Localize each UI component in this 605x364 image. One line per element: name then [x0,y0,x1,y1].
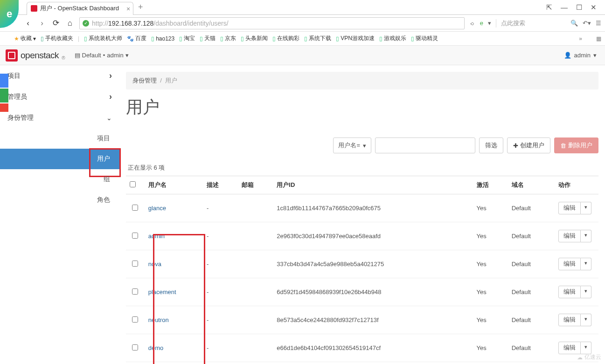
cell-active: Yes [473,334,508,362]
action-dropdown[interactable]: ▾ [581,258,591,270]
cell-domain: Default [508,194,555,222]
row-checkbox[interactable] [132,316,138,323]
user-link[interactable]: nova [148,261,161,268]
col-header-active[interactable]: 激活 [473,176,508,194]
sidebar-item-users[interactable]: 用户 [0,149,119,169]
bookmark-item[interactable]: ▯头条新闻 [241,34,268,42]
sidebar-group-admin[interactable]: 管理员› [0,86,119,107]
select-all-checkbox[interactable] [130,181,136,187]
refresh-button[interactable]: ⟳ [51,18,61,28]
browser-e-icon[interactable]: e [480,20,483,27]
edit-button[interactable]: 编辑 [558,202,581,214]
cell-email [238,222,273,250]
bookmarks-more-icon[interactable]: » [579,35,582,42]
row-checkbox[interactable] [132,344,138,350]
edit-button[interactable]: 编辑 [558,258,581,270]
cell-id: 337cb4b3d47a4c5a9e988eb5a4021275 [273,250,473,278]
filter-input[interactable] [375,137,475,153]
chevron-down-icon[interactable]: ▾ [488,20,491,27]
home-button[interactable]: ⌂ [65,19,75,28]
col-header-id[interactable]: 用户ID [273,176,473,194]
bookmarks-label[interactable]: 收藏 [21,34,32,42]
edit-button[interactable]: 编辑 [558,314,581,326]
new-tab-button[interactable]: + [138,2,143,12]
edit-button[interactable]: 编辑 [558,230,581,242]
bookmark-item[interactable]: ▯游戏娱乐 [379,34,406,42]
edit-button[interactable]: 编辑 [558,286,581,298]
sidebar-group-identity[interactable]: 身份管理⌄ [0,107,119,128]
browser-tab[interactable]: 用户 - OpenStack Dashboard × [27,2,133,15]
row-checkbox[interactable] [132,288,138,295]
window-pin-icon[interactable]: ⇱ [546,3,552,12]
close-window-icon[interactable]: ✕ [591,3,597,12]
back-button[interactable]: ‹ [23,19,33,28]
row-checkbox[interactable] [132,233,138,239]
bookmark-item[interactable]: ▯京东 [220,34,236,42]
sidebar-item-roles[interactable]: 角色 [0,190,119,210]
row-checkbox[interactable] [132,261,138,267]
bookmark-item[interactable]: ▯淘宝 [179,34,195,42]
cell-desc: - [203,222,238,250]
action-dropdown[interactable]: ▾ [581,314,591,326]
forward-button[interactable]: › [37,19,47,28]
edit-button[interactable]: 编辑 [558,342,581,354]
filter-button[interactable]: 筛选 [479,137,503,153]
close-icon[interactable]: × [126,5,130,13]
cell-email [238,194,273,222]
bookmark-item[interactable]: ▯系统下载 [304,34,331,42]
share-icon[interactable]: ⪦ [469,20,475,27]
mobile-bookmarks[interactable]: ▯手机收藏夹 [41,34,73,42]
filter-field-dropdown[interactable]: 用户名=▾ [333,137,371,153]
action-dropdown[interactable]: ▾ [581,286,591,298]
sidebar-item-projects[interactable]: 项目 [0,128,119,149]
cell-active: Yes [473,306,508,334]
sidebar-group-project[interactable]: 项目› [0,65,119,86]
url-input[interactable]: ✓ http:// 192.168.37.128 /dashboard/iden… [79,17,465,29]
row-checkbox[interactable] [132,205,138,211]
cell-domain: Default [508,250,555,278]
bookmark-item[interactable]: ▯hao123 [151,34,174,42]
breadcrumb: 身份管理 / 用户 [126,72,598,89]
action-dropdown[interactable]: ▾ [581,230,591,242]
bookmark-item[interactable]: ▯系统装机大师 [84,34,122,42]
action-dropdown[interactable]: ▾ [581,202,591,214]
openstack-logo[interactable]: openstack® [6,49,65,62]
bookmark-item[interactable]: ▯驱动精灵 [411,34,438,42]
col-header-email[interactable]: 邮箱 [238,176,273,194]
page-icon: ▯ [241,35,244,42]
cell-id: 6d592f1d45984868939f10e26b44b948 [273,278,473,306]
search-input[interactable]: 点此搜索 [496,19,566,27]
user-link[interactable]: neutron [148,316,169,323]
maximize-icon[interactable]: ☐ [576,3,582,12]
addr-right-tools: ⪦ e ▾ 点此搜索 🔍 ↶▾ ☰ [469,19,601,27]
delete-user-button[interactable]: 🗑删除用户 [554,137,598,153]
breadcrumb-identity[interactable]: 身份管理 [132,77,157,84]
col-header-domain[interactable]: 域名 [508,176,555,194]
user-link[interactable]: demo [148,344,164,351]
minimize-icon[interactable]: — [561,3,568,12]
bookmark-item[interactable]: ▯在线购彩 [272,34,299,42]
favicon-icon [31,5,37,12]
action-dropdown[interactable]: ▾ [581,342,591,354]
user-link[interactable]: placement [148,288,176,295]
bookmark-item[interactable]: ▯天猫 [200,34,216,42]
search-icon[interactable]: 🔍 [570,20,578,27]
url-protocol: http:// [92,20,108,27]
apps-icon[interactable]: ▦ [596,35,601,42]
sidebar-item-groups[interactable]: 组 [0,169,119,190]
user-icon: 👤 [564,52,571,59]
user-menu[interactable]: 👤 admin ▾ [564,52,597,59]
cell-id: e66d1de6b4104cf091302654519147cf [273,334,473,362]
bookmark-item[interactable]: ▯VPN游戏加速 [336,34,375,42]
page-icon: ▯ [272,35,276,42]
main-content: 身份管理 / 用户 用户 用户名=▾ 筛选 ✚创建用户 🗑删除用户 正在显示 6… [119,65,605,362]
bookmark-item[interactable]: 🐾百度 [127,34,146,42]
col-header-desc[interactable]: 描述 [203,176,238,194]
menu-icon[interactable]: ☰ [596,20,601,27]
user-link[interactable]: glance [148,205,166,212]
user-link[interactable]: admin [148,233,165,240]
col-header-name[interactable]: 用户名 [145,176,203,194]
undo-icon[interactable]: ↶▾ [583,20,591,27]
project-selector[interactable]: ▤ Default • admin ▾ [75,52,129,59]
create-user-button[interactable]: ✚创建用户 [507,137,550,153]
